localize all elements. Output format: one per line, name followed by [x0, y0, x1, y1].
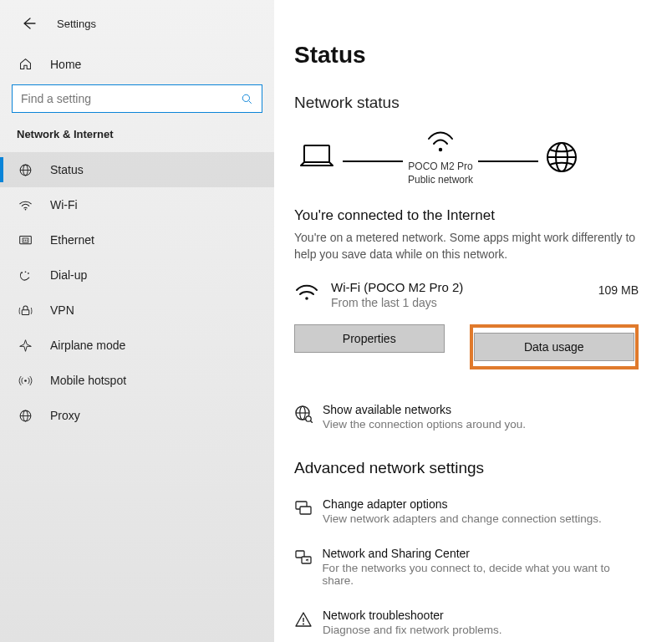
sidebar-item-label: Status — [50, 163, 84, 176]
network-troubleshooter[interactable]: Network troubleshooter Diagnose and fix … — [294, 609, 639, 636]
sharing-icon — [294, 548, 313, 567]
wifi-connection-name: Wi-Fi (POCO M2 Pro 2) — [331, 280, 598, 294]
main-content: Status Network status POCO M2 Pro Public… — [274, 0, 672, 642]
svg-rect-19 — [304, 145, 329, 162]
svg-rect-31 — [300, 507, 311, 514]
sidebar-item-hotspot[interactable]: Mobile hotspot — [0, 363, 274, 398]
svg-point-28 — [306, 415, 311, 420]
sidebar-item-label: Proxy — [50, 409, 80, 422]
network-status-heading: Network status — [294, 94, 639, 112]
sidebar-item-dialup[interactable]: Dial-up — [0, 257, 274, 293]
wifi-icon — [294, 282, 319, 303]
search-icon — [241, 93, 253, 105]
network-sharing-center[interactable]: Network and Sharing Center For the netwo… — [294, 547, 639, 587]
svg-point-12 — [24, 271, 26, 273]
adv-item-sub: For the networks you connect to, decide … — [322, 562, 639, 587]
sidebar-item-label: Ethernet — [50, 233, 94, 247]
sidebar-item-label: Wi-Fi — [50, 198, 78, 211]
data-amount: 109 MB — [598, 280, 639, 297]
sidebar-nav: Status Wi-Fi Ethernet Dial-up — [0, 152, 274, 433]
available-networks-sub: View the connection options around you. — [323, 418, 526, 431]
adapter-icon — [294, 499, 313, 517]
sidebar-item-label: VPN — [50, 303, 74, 317]
search-input[interactable] — [21, 92, 241, 105]
sidebar-item-label: Airplane mode — [50, 339, 125, 352]
connected-title: You're connected to the Internet — [294, 207, 639, 224]
connection-row: Wi-Fi (POCO M2 Pro 2) From the last 1 da… — [294, 280, 639, 309]
properties-button[interactable]: Properties — [294, 324, 445, 353]
home-label: Home — [50, 58, 81, 71]
svg-point-0 — [242, 94, 249, 101]
data-usage-button[interactable]: Data usage — [474, 333, 634, 361]
advanced-settings-heading: Advanced network settings — [294, 459, 639, 477]
svg-point-13 — [28, 273, 29, 274]
diagram-conn-name: POCO M2 Pro — [408, 160, 473, 174]
sidebar-item-wifi[interactable]: Wi-Fi — [0, 187, 274, 222]
svg-point-20 — [439, 148, 442, 151]
home-nav-item[interactable]: Home — [0, 47, 274, 81]
adv-item-title: Network and Sharing Center — [322, 547, 639, 560]
sidebar-item-status[interactable]: Status — [0, 152, 274, 187]
wifi-signal-icon — [424, 127, 457, 155]
connected-note: You're on a metered network. Some apps m… — [294, 229, 639, 263]
svg-point-5 — [24, 208, 26, 210]
svg-point-15 — [24, 380, 27, 382]
wifi-icon — [17, 198, 33, 212]
warning-icon — [294, 610, 313, 629]
network-diagram: POCO M2 Pro Public network — [294, 132, 639, 182]
sidebar-item-proxy[interactable]: Proxy — [0, 398, 274, 433]
airplane-icon — [17, 339, 33, 353]
svg-point-11 — [21, 272, 23, 273]
laptop-icon — [296, 140, 338, 174]
diagram-conn-type: Public network — [408, 174, 473, 187]
back-arrow-icon — [21, 16, 36, 31]
back-button[interactable] — [17, 12, 40, 35]
wifi-connection-sub: From the last 1 days — [331, 296, 598, 309]
svg-line-1 — [249, 100, 252, 103]
home-icon — [17, 57, 33, 71]
available-networks-title: Show available networks — [323, 403, 526, 416]
diagram-line — [343, 160, 403, 162]
svg-rect-14 — [22, 309, 29, 314]
sidebar-item-airplane[interactable]: Airplane mode — [0, 328, 274, 363]
diagram-line — [478, 160, 538, 162]
svg-line-29 — [311, 420, 313, 423]
search-input-container[interactable] — [12, 84, 262, 113]
sidebar-item-ethernet[interactable]: Ethernet — [0, 222, 274, 257]
dialup-icon — [17, 268, 33, 283]
show-available-networks[interactable]: Show available networks View the connect… — [294, 403, 639, 431]
globe-icon — [543, 139, 580, 176]
section-title: Network & Internet — [0, 128, 274, 152]
adv-item-title: Change adapter options — [323, 497, 602, 511]
proxy-icon — [17, 409, 33, 423]
settings-sidebar: Settings Home Network & Internet Status — [0, 0, 274, 642]
sidebar-item-label: Dial-up — [50, 268, 87, 282]
data-usage-highlight: Data usage — [470, 324, 639, 369]
sidebar-item-label: Mobile hotspot — [50, 374, 126, 387]
globe-search-icon — [294, 405, 313, 423]
adv-item-sub: Diagnose and fix network problems. — [323, 624, 502, 636]
svg-point-35 — [303, 623, 304, 624]
status-icon — [17, 163, 33, 177]
adv-item-title: Network troubleshooter — [323, 609, 502, 622]
app-title: Settings — [57, 18, 96, 30]
adv-item-sub: View network adapters and change connect… — [323, 512, 602, 525]
vpn-icon — [17, 303, 33, 318]
svg-point-24 — [305, 297, 308, 300]
change-adapter-options[interactable]: Change adapter options View network adap… — [294, 497, 639, 525]
ethernet-icon — [17, 233, 33, 247]
hotspot-icon — [17, 374, 33, 388]
page-title: Status — [294, 42, 639, 69]
sidebar-item-vpn[interactable]: VPN — [0, 293, 274, 328]
